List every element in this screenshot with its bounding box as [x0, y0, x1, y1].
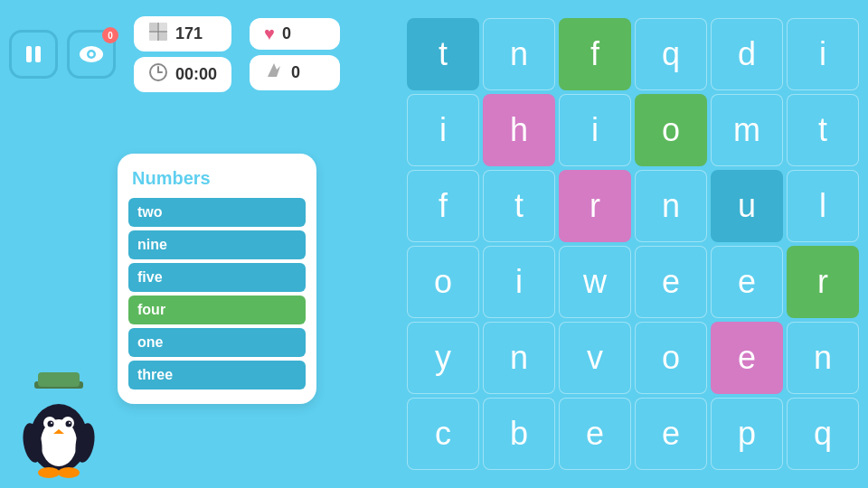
streak-pill: 0 [250, 55, 340, 90]
grid-cell[interactable]: r [787, 246, 859, 318]
score-value: 171 [175, 24, 203, 43]
grid-cell[interactable]: e [635, 246, 707, 318]
grid-cell[interactable]: q [635, 18, 707, 90]
streak-icon [264, 61, 284, 85]
hearts-value: 0 [282, 24, 291, 43]
streak-value: 0 [291, 63, 300, 82]
svg-point-28 [58, 467, 80, 478]
grid-cell[interactable]: n [483, 18, 555, 90]
timer-value: 00:00 [175, 65, 217, 84]
grid-cell[interactable]: i [559, 94, 631, 166]
word-item[interactable]: nine [128, 230, 306, 259]
grid-cell[interactable]: i [407, 94, 479, 166]
letter-grid: tnfqdiihiomtftrnuloiweerynvoencbeepq [407, 18, 859, 470]
svg-point-27 [38, 467, 60, 478]
svg-rect-5 [149, 23, 157, 31]
grid-cell[interactable]: q [787, 398, 859, 470]
stats-group: 171 00:00 [134, 16, 231, 92]
word-item[interactable]: three [128, 361, 306, 389]
word-item[interactable]: two [128, 198, 306, 227]
score-pill: 171 [134, 16, 231, 52]
svg-rect-6 [159, 23, 167, 31]
heart-icon: ♥ [264, 23, 275, 44]
grid-cell[interactable]: t [407, 18, 479, 90]
grid-cell[interactable]: u [711, 170, 783, 242]
hearts-pill: ♥ 0 [250, 18, 340, 50]
svg-rect-8 [159, 33, 167, 41]
grid-cell[interactable]: e [711, 322, 783, 394]
eye-button[interactable]: 0 [67, 30, 116, 79]
grid-cell[interactable]: r [559, 170, 631, 242]
grid-cell[interactable]: t [483, 170, 555, 242]
grid-cell[interactable]: t [787, 94, 859, 166]
grid-cell[interactable]: i [483, 246, 555, 318]
svg-point-22 [51, 422, 52, 424]
grid-cell[interactable]: c [407, 398, 479, 470]
grid-cell[interactable]: b [483, 398, 555, 470]
grid-cell[interactable]: w [559, 246, 631, 318]
timer-pill: 00:00 [134, 57, 231, 92]
grid-cell[interactable]: d [711, 18, 783, 90]
svg-point-23 [69, 422, 71, 424]
grid-cell[interactable]: e [635, 398, 707, 470]
grid-cell[interactable]: o [635, 322, 707, 394]
score-icon [148, 22, 168, 46]
grid-cell[interactable]: l [787, 170, 859, 242]
pause-button[interactable] [9, 30, 58, 79]
grid-cell[interactable]: y [407, 322, 479, 394]
word-item[interactable]: one [128, 328, 306, 357]
eye-badge: 0 [102, 27, 118, 43]
svg-rect-7 [149, 33, 157, 41]
svg-point-20 [48, 421, 54, 427]
word-list: twoninefivefouronethree [128, 198, 306, 389]
word-item[interactable]: four [128, 296, 306, 324]
stats-group2: ♥ 0 0 [250, 18, 340, 90]
grid-cell[interactable]: e [711, 246, 783, 318]
word-panel-title: Numbers [128, 168, 306, 189]
grid-cell[interactable]: n [635, 170, 707, 242]
word-item[interactable]: five [128, 263, 306, 292]
penguin [18, 371, 99, 479]
grid-cell[interactable]: o [635, 94, 707, 166]
grid-cell[interactable]: m [711, 94, 783, 166]
timer-icon [148, 62, 168, 87]
grid-cell[interactable]: n [787, 322, 859, 394]
grid-cell[interactable]: f [407, 170, 479, 242]
grid-cell[interactable]: f [559, 18, 631, 90]
grid-cell[interactable]: n [483, 322, 555, 394]
svg-point-21 [66, 421, 72, 427]
svg-rect-15 [38, 372, 80, 387]
grid-cell[interactable]: i [787, 18, 859, 90]
grid-cell[interactable]: h [483, 94, 555, 166]
svg-point-4 [90, 52, 94, 57]
svg-rect-0 [26, 46, 32, 62]
grid-cell[interactable]: p [711, 398, 783, 470]
grid-cell[interactable]: v [559, 322, 631, 394]
svg-rect-1 [35, 46, 41, 62]
word-panel: Numbers twoninefivefouronethree [118, 154, 316, 404]
grid-cell[interactable]: e [559, 398, 631, 470]
grid-cell[interactable]: o [407, 246, 479, 318]
